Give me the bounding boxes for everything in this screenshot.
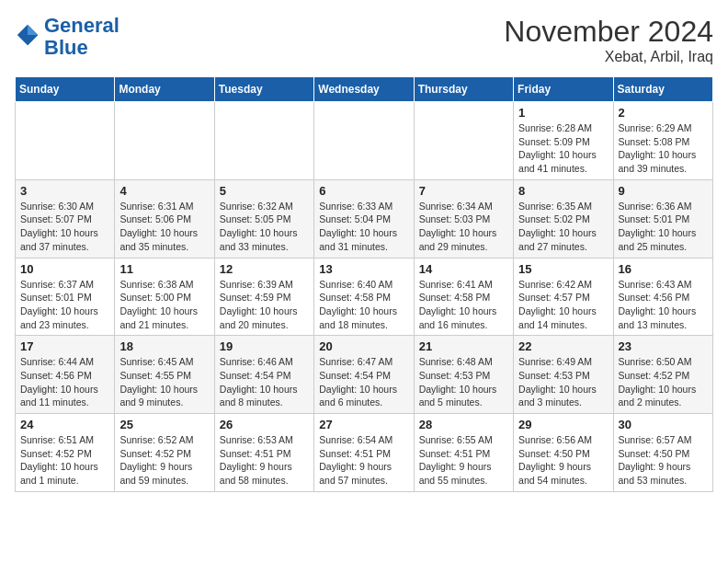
calendar-week-5: 24Sunrise: 6:51 AM Sunset: 4:52 PM Dayli… (16, 414, 713, 492)
day-number: 30 (619, 418, 708, 431)
calendar-cell: 15Sunrise: 6:42 AM Sunset: 4:57 PM Dayli… (514, 258, 613, 336)
day-detail: Sunrise: 6:46 AM Sunset: 4:54 PM Dayligh… (220, 355, 309, 409)
day-number: 18 (119, 339, 209, 353)
calendar-cell: 17Sunrise: 6:44 AM Sunset: 4:56 PM Dayli… (16, 336, 115, 414)
day-detail: Sunrise: 6:29 AM Sunset: 5:08 PM Dayligh… (619, 121, 708, 176)
day-detail: Sunrise: 6:52 AM Sunset: 4:52 PM Dayligh… (119, 433, 209, 488)
day-detail: Sunrise: 6:56 AM Sunset: 4:50 PM Dayligh… (518, 433, 608, 488)
day-number: 11 (119, 262, 209, 276)
calendar-cell: 27Sunrise: 6:54 AM Sunset: 4:51 PM Dayli… (314, 414, 414, 492)
col-friday: Friday (514, 77, 613, 102)
calendar-week-4: 17Sunrise: 6:44 AM Sunset: 4:56 PM Dayli… (16, 336, 713, 414)
svg-marker-1 (28, 25, 38, 35)
day-detail: Sunrise: 6:57 AM Sunset: 4:50 PM Dayligh… (619, 433, 708, 488)
calendar-cell: 8Sunrise: 6:35 AM Sunset: 5:02 PM Daylig… (514, 179, 613, 258)
day-number: 22 (518, 339, 608, 353)
day-detail: Sunrise: 6:30 AM Sunset: 5:07 PM Dayligh… (20, 200, 109, 254)
day-number: 23 (619, 339, 708, 353)
calendar-cell: 1Sunrise: 6:28 AM Sunset: 5:09 PM Daylig… (514, 102, 613, 180)
day-number: 7 (419, 184, 508, 198)
header-row: Sunday Monday Tuesday Wednesday Thursday… (16, 77, 713, 102)
day-detail: Sunrise: 6:34 AM Sunset: 5:03 PM Dayligh… (419, 200, 508, 254)
day-detail: Sunrise: 6:49 AM Sunset: 4:53 PM Dayligh… (518, 355, 608, 409)
day-detail: Sunrise: 6:40 AM Sunset: 4:58 PM Dayligh… (319, 278, 408, 332)
calendar-cell: 30Sunrise: 6:57 AM Sunset: 4:50 PM Dayli… (613, 414, 712, 492)
day-number: 12 (220, 262, 309, 276)
calendar-cell: 21Sunrise: 6:48 AM Sunset: 4:53 PM Dayli… (414, 336, 513, 414)
day-number: 5 (220, 184, 309, 198)
day-number: 28 (419, 418, 508, 431)
calendar-table: Sunday Monday Tuesday Wednesday Thursday… (15, 76, 713, 492)
calendar-cell: 6Sunrise: 6:33 AM Sunset: 5:04 PM Daylig… (314, 179, 414, 258)
day-detail: Sunrise: 6:44 AM Sunset: 4:56 PM Dayligh… (20, 355, 109, 409)
calendar-body: 1Sunrise: 6:28 AM Sunset: 5:09 PM Daylig… (16, 102, 713, 492)
calendar-cell: 4Sunrise: 6:31 AM Sunset: 5:06 PM Daylig… (115, 179, 214, 258)
calendar-cell: 5Sunrise: 6:32 AM Sunset: 5:05 PM Daylig… (214, 179, 313, 258)
svg-marker-2 (28, 35, 38, 45)
day-detail: Sunrise: 6:53 AM Sunset: 4:51 PM Dayligh… (220, 433, 309, 488)
calendar-cell: 26Sunrise: 6:53 AM Sunset: 4:51 PM Dayli… (214, 414, 313, 492)
day-number: 19 (220, 339, 309, 353)
logo-icon (15, 22, 40, 48)
logo-text: General Blue (44, 15, 119, 59)
calendar-cell (314, 102, 414, 180)
calendar-cell: 11Sunrise: 6:38 AM Sunset: 5:00 PM Dayli… (115, 258, 214, 336)
calendar-cell: 22Sunrise: 6:49 AM Sunset: 4:53 PM Dayli… (514, 336, 613, 414)
day-number: 1 (518, 106, 608, 120)
calendar-cell (115, 102, 214, 180)
col-wednesday: Wednesday (314, 77, 414, 102)
calendar-week-1: 1Sunrise: 6:28 AM Sunset: 5:09 PM Daylig… (16, 102, 713, 180)
day-detail: Sunrise: 6:50 AM Sunset: 4:52 PM Dayligh… (619, 355, 708, 409)
day-detail: Sunrise: 6:42 AM Sunset: 4:57 PM Dayligh… (518, 278, 608, 332)
day-number: 9 (619, 184, 708, 198)
day-detail: Sunrise: 6:51 AM Sunset: 4:52 PM Dayligh… (20, 433, 109, 488)
calendar-cell: 19Sunrise: 6:46 AM Sunset: 4:54 PM Dayli… (214, 336, 313, 414)
calendar-cell: 7Sunrise: 6:34 AM Sunset: 5:03 PM Daylig… (414, 179, 513, 258)
col-thursday: Thursday (414, 77, 513, 102)
day-number: 17 (20, 339, 109, 353)
day-detail: Sunrise: 6:31 AM Sunset: 5:06 PM Dayligh… (119, 200, 209, 254)
day-detail: Sunrise: 6:36 AM Sunset: 5:01 PM Dayligh… (619, 200, 708, 254)
day-detail: Sunrise: 6:37 AM Sunset: 5:01 PM Dayligh… (20, 278, 109, 332)
day-detail: Sunrise: 6:45 AM Sunset: 4:55 PM Dayligh… (119, 355, 209, 409)
calendar-cell: 20Sunrise: 6:47 AM Sunset: 4:54 PM Dayli… (314, 336, 414, 414)
day-number: 4 (119, 184, 209, 198)
day-number: 29 (518, 418, 608, 431)
location-title: Xebat, Arbil, Iraq (504, 49, 713, 65)
col-monday: Monday (115, 77, 214, 102)
calendar-cell: 25Sunrise: 6:52 AM Sunset: 4:52 PM Dayli… (115, 414, 214, 492)
day-number: 2 (619, 106, 708, 120)
day-detail: Sunrise: 6:41 AM Sunset: 4:58 PM Dayligh… (419, 278, 508, 332)
calendar-cell: 24Sunrise: 6:51 AM Sunset: 4:52 PM Dayli… (16, 414, 115, 492)
day-number: 16 (619, 262, 708, 276)
day-number: 24 (20, 418, 109, 431)
calendar-cell: 12Sunrise: 6:39 AM Sunset: 4:59 PM Dayli… (214, 258, 313, 336)
day-detail: Sunrise: 6:35 AM Sunset: 5:02 PM Dayligh… (518, 200, 608, 254)
calendar-cell: 23Sunrise: 6:50 AM Sunset: 4:52 PM Dayli… (613, 336, 712, 414)
day-number: 8 (518, 184, 608, 198)
calendar-week-2: 3Sunrise: 6:30 AM Sunset: 5:07 PM Daylig… (16, 179, 713, 258)
calendar-cell: 3Sunrise: 6:30 AM Sunset: 5:07 PM Daylig… (16, 179, 115, 258)
calendar-cell: 28Sunrise: 6:55 AM Sunset: 4:51 PM Dayli… (414, 414, 513, 492)
header: General Blue November 2024 Xebat, Arbil,… (15, 15, 713, 65)
day-number: 14 (419, 262, 508, 276)
day-number: 6 (319, 184, 408, 198)
day-number: 26 (220, 418, 309, 431)
day-detail: Sunrise: 6:39 AM Sunset: 4:59 PM Dayligh… (220, 278, 309, 332)
calendar-cell: 10Sunrise: 6:37 AM Sunset: 5:01 PM Dayli… (16, 258, 115, 336)
day-detail: Sunrise: 6:54 AM Sunset: 4:51 PM Dayligh… (319, 433, 408, 488)
calendar-week-3: 10Sunrise: 6:37 AM Sunset: 5:01 PM Dayli… (16, 258, 713, 336)
day-number: 3 (20, 184, 109, 198)
calendar-cell: 29Sunrise: 6:56 AM Sunset: 4:50 PM Dayli… (514, 414, 613, 492)
logo: General Blue (15, 15, 119, 59)
day-number: 10 (20, 262, 109, 276)
calendar-cell: 13Sunrise: 6:40 AM Sunset: 4:58 PM Dayli… (314, 258, 414, 336)
calendar-cell (214, 102, 313, 180)
day-detail: Sunrise: 6:33 AM Sunset: 5:04 PM Dayligh… (319, 200, 408, 254)
day-number: 15 (518, 262, 608, 276)
month-title: November 2024 (504, 15, 713, 49)
title-area: November 2024 Xebat, Arbil, Iraq (504, 15, 713, 65)
col-saturday: Saturday (613, 77, 712, 102)
calendar-cell: 9Sunrise: 6:36 AM Sunset: 5:01 PM Daylig… (613, 179, 712, 258)
calendar-cell (16, 102, 115, 180)
